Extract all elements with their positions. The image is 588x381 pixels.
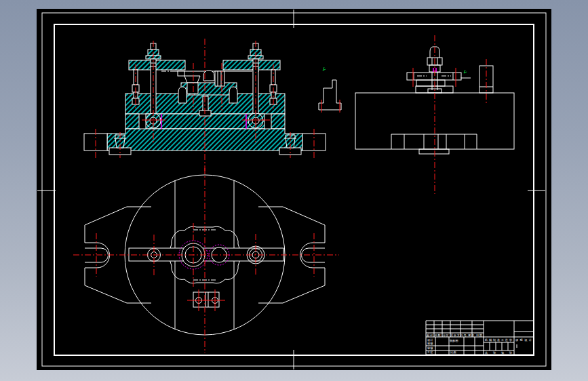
body-column-left: [125, 114, 139, 129]
workpiece-wedge: [184, 76, 200, 83]
workpiece-block: [187, 83, 198, 94]
spring-plunger-right: [229, 87, 237, 103]
clamp-plate-right: [223, 60, 280, 70]
title-block-process: 工艺: [427, 350, 433, 354]
spring-plunger-left: [178, 87, 187, 103]
cad-drawing: 标记 处数 分区 更改文件号 签名 日期 设计 校核 审核 工艺 装配图 比例 …: [0, 0, 588, 381]
title-block-course: 课程设计: [515, 338, 532, 342]
title-block-check: 校核: [427, 342, 433, 345]
center-pin: [203, 96, 208, 112]
screw-block: [215, 71, 224, 86]
title-block-audit: 审核: [427, 346, 433, 350]
clamp-plate-left: [129, 60, 185, 70]
body-column-right: [271, 114, 285, 129]
drawing-canvas: [37, 9, 551, 370]
clamp-pad-left: [178, 71, 184, 76]
